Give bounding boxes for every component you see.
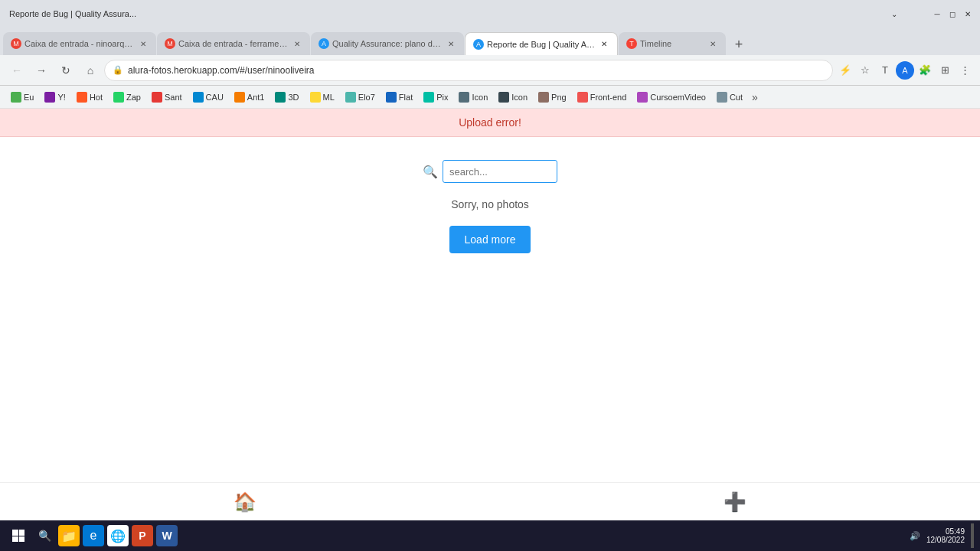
bookmark-label: Elo7	[358, 93, 375, 102]
tab-close-icon[interactable]: ✕	[446, 38, 456, 49]
tab-alura-qa[interactable]: A Quality Assurance: plano de test... ✕	[311, 32, 464, 55]
no-photos-text: Sorry, no photos	[451, 198, 529, 210]
bookmark-favicon	[310, 92, 321, 103]
menu-btn[interactable]: ⋮	[956, 61, 974, 80]
taskbar-system-tray: 🔊	[910, 531, 920, 541]
bookmark-label: Sant	[165, 93, 182, 102]
taskbar-icon-file[interactable]: 📁	[58, 525, 80, 546]
home-button[interactable]: ⌂	[80, 60, 101, 81]
taskbar-icon-chrome[interactable]: 🌐	[107, 525, 129, 546]
taskbar-clock: 05:49 12/08/2022	[926, 527, 965, 544]
bookmark-icon1[interactable]: Icon	[454, 90, 492, 104]
tab-close-icon[interactable]: ✕	[707, 38, 718, 49]
tab-gmail-1[interactable]: M Caixa de entrada - ninoarquiteto... ✕	[3, 32, 156, 55]
bookmark-label: Flat	[399, 93, 413, 102]
bookmark-label: Y!	[57, 93, 65, 102]
bookmark-label: Front-end	[590, 93, 627, 102]
minimize-btn[interactable]: ─	[931, 8, 943, 20]
bookmark-favicon	[577, 92, 588, 103]
profile-btn[interactable]: A	[896, 61, 914, 80]
bookmark-ant1[interactable]: Ant1	[230, 90, 270, 104]
bookmark-favicon	[193, 92, 204, 103]
bookmark-favicon	[11, 92, 21, 103]
show-desktop-btn[interactable]	[971, 523, 974, 548]
close-btn[interactable]: ✕	[962, 8, 974, 20]
bookmark-label: Cut	[730, 93, 743, 102]
taskbar-search-btn[interactable]: 🔍	[34, 525, 55, 546]
tab-list-btn[interactable]: ⌄	[888, 8, 900, 20]
restore-btn[interactable]: ◻	[946, 8, 959, 20]
title-bar: Reporte de Bug | Quality Assura... ⌄ ─ ◻…	[0, 0, 980, 28]
reload-button[interactable]: ↻	[55, 60, 77, 81]
bookmark-label: Pix	[436, 93, 448, 102]
home-nav-icon[interactable]: 🏠	[234, 491, 256, 513]
tab-close-icon[interactable]: ✕	[292, 38, 302, 49]
tab-title: Reporte de Bug | Quality Assura...	[487, 40, 596, 49]
search-input[interactable]	[443, 160, 557, 183]
nav-bar: ← → ↻ ⌂ 🔒 alura-fotos.herokuapp.com/#/us…	[0, 55, 980, 86]
taskbar-icon-edge[interactable]: e	[83, 525, 104, 546]
bookmark-3d[interactable]: 3D	[270, 90, 303, 104]
bookmark-eu[interactable]: Eu	[6, 90, 38, 104]
bookmark-cut[interactable]: Cut	[712, 90, 747, 104]
volume-icon[interactable]: 🔊	[910, 531, 920, 541]
tab-close-icon[interactable]: ✕	[599, 39, 609, 50]
tab-title: Quality Assurance: plano de test...	[332, 39, 443, 48]
tab-close-icon[interactable]: ✕	[138, 38, 149, 49]
back-button[interactable]: ←	[6, 60, 28, 81]
bookmark-favicon	[538, 92, 549, 103]
bookmark-sant[interactable]: Sant	[147, 90, 187, 104]
search-icon: 🔍	[423, 165, 438, 179]
taskbar-icon-word[interactable]: W	[156, 525, 178, 546]
extension-icon-1[interactable]: 🧩	[916, 61, 934, 80]
bookmark-icon2[interactable]: Icon	[494, 90, 532, 104]
search-container: 🔍	[423, 160, 557, 183]
tab-alura-bug-active[interactable]: A Reporte de Bug | Quality Assura... ✕	[465, 32, 618, 55]
bookmark-favicon	[152, 92, 162, 103]
tab-gmail-2[interactable]: M Caixa de entrada - ferramentasd... ✕	[157, 32, 310, 55]
taskbar-icon-powerpoint[interactable]: P	[132, 525, 153, 546]
lock-icon: 🔒	[113, 65, 123, 75]
bookmark-pix[interactable]: Pix	[419, 90, 452, 104]
translate-btn[interactable]: T	[876, 61, 894, 80]
tab-timeline[interactable]: T Timeline ✕	[619, 32, 726, 55]
bookmark-yahoo[interactable]: Y!	[40, 90, 70, 104]
extension-icon-2[interactable]: ⊞	[936, 61, 954, 80]
start-button[interactable]	[6, 523, 31, 548]
bookmark-cau[interactable]: CAU	[188, 90, 228, 104]
bookmark-label: Png	[551, 93, 567, 102]
bookmark-favicon	[459, 92, 469, 103]
error-banner: Upload error!	[0, 109, 980, 137]
tab-title: Caixa de entrada - ferramentasd...	[178, 39, 289, 48]
tab-favicon: T	[626, 38, 637, 49]
bookmark-png[interactable]: Png	[534, 90, 571, 104]
bookmark-hot[interactable]: Hot	[72, 90, 107, 104]
error-message: Upload error!	[459, 116, 521, 129]
bookmark-label: 3D	[288, 93, 299, 102]
bookmark-favicon	[234, 92, 245, 103]
bookmark-favicon	[423, 92, 434, 103]
bookmark-zap[interactable]: Zap	[109, 90, 145, 104]
bookmark-favicon	[717, 92, 727, 103]
tab-favicon: M	[165, 38, 175, 49]
forward-button[interactable]: →	[31, 60, 52, 81]
tab-favicon: A	[473, 39, 484, 50]
bookmark-elo7[interactable]: Elo7	[341, 90, 380, 104]
bookmark-label: Eu	[24, 93, 34, 102]
add-nav-icon[interactable]: ➕	[724, 491, 746, 513]
bookmark-frontend[interactable]: Front-end	[573, 90, 632, 104]
bookmark-favicon	[44, 92, 55, 103]
load-more-button[interactable]: Load more	[449, 226, 531, 253]
windows-logo-icon	[12, 530, 24, 542]
bookmark-ml[interactable]: ML	[305, 90, 339, 104]
bookmark-star-btn[interactable]: ☆	[856, 61, 874, 80]
window-controls: ⌄ ─ ◻ ✕	[888, 8, 974, 20]
bookmark-cursoem[interactable]: CursoemVideo	[632, 90, 710, 104]
bookmark-favicon	[386, 92, 397, 103]
new-tab-button[interactable]: +	[728, 34, 750, 55]
extensions-btn[interactable]: ⚡	[836, 61, 854, 80]
address-bar[interactable]: 🔒 alura-fotos.herokuapp.com/#/user/ninoo…	[104, 60, 833, 81]
bookmarks-more-btn[interactable]: »	[749, 90, 761, 105]
taskbar: 🔍 📁 e 🌐 P W 🔊 05:49 12/08/2022	[0, 520, 980, 551]
bookmark-flat[interactable]: Flat	[381, 90, 417, 104]
